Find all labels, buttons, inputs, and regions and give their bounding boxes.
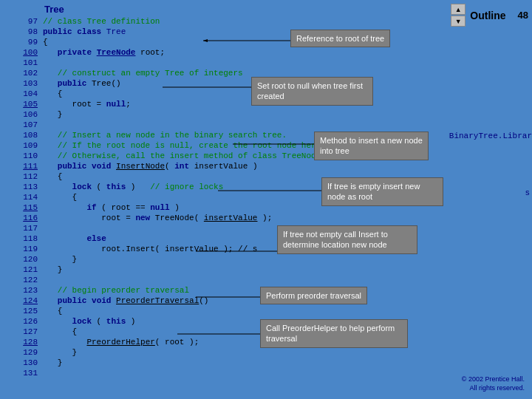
ln-106: 106 xyxy=(1,109,42,120)
ln-123: 123 xyxy=(1,285,42,296)
code-line-111: public void InsertNode( int insertValue … xyxy=(43,161,532,171)
code-line-112: { xyxy=(43,171,532,182)
tooltip-setnull: Set root to null when tree first created xyxy=(251,77,373,106)
ln-115: 115 xyxy=(1,202,42,213)
line-numbers: 97 98 99 100 101 102 103 104 105 106 107… xyxy=(1,16,42,378)
ln-104: 104 xyxy=(1,89,42,99)
ln-98: 98 xyxy=(1,27,42,37)
ln-103: 103 xyxy=(1,78,42,89)
code-line-107 xyxy=(43,120,532,130)
ln-121: 121 xyxy=(1,265,42,275)
code-line-109: // If the root node is null, create the … xyxy=(43,140,532,151)
ln-127: 127 xyxy=(1,327,42,337)
code-line-99: { xyxy=(43,37,532,47)
code-line-116: root = new TreeNode( insertValue ); xyxy=(43,213,532,223)
ln-102: 102 xyxy=(1,68,42,78)
ln-131: 131 xyxy=(1,368,42,378)
ln-122: 122 xyxy=(1,275,42,285)
ln-105: 105 xyxy=(1,99,42,109)
code-line-97: // class Tree definition xyxy=(43,16,532,27)
ln-100: 100 xyxy=(1,47,42,58)
ln-124: 124 xyxy=(1,296,42,306)
code-line-100: private TreeNode root; xyxy=(43,47,532,58)
tooltip-helper: Call PreorderHelper to help perform trav… xyxy=(260,319,408,348)
ln-125: 125 xyxy=(1,306,42,316)
ln-112: 112 xyxy=(1,171,42,182)
ln-129: 129 xyxy=(1,347,42,358)
copyright: © 2002 Prentice Hall. All rights reserve… xyxy=(462,375,525,393)
ln-99: 99 xyxy=(1,37,42,47)
code-line-121: } xyxy=(43,265,532,275)
binary-tree-librar-text: BinaryTree.Librar xyxy=(449,132,532,140)
code-line-130: } xyxy=(43,358,532,368)
ln-117: 117 xyxy=(1,223,42,233)
tooltip-tree-empty: If tree is empty insert new node as root xyxy=(321,177,443,206)
ln-114: 114 xyxy=(1,192,42,202)
main-container: ▲ ▼ Outline 48 Tree 97 98 99 100 101 102… xyxy=(0,0,532,399)
ln-126: 126 xyxy=(1,316,42,327)
extra-s-text: s xyxy=(525,188,530,197)
ln-107: 107 xyxy=(1,120,42,130)
code-line-106: } xyxy=(43,109,532,120)
code-line-131 xyxy=(43,368,532,378)
tooltip-method-insert: Method to insert a new node into tree xyxy=(314,132,429,160)
ln-128: 128 xyxy=(1,337,42,347)
ln-116: 116 xyxy=(1,213,42,223)
code-line-110: // Otherwise, call the insert method of … xyxy=(43,151,532,161)
code-line-114: { xyxy=(43,192,532,202)
ln-110: 110 xyxy=(1,151,42,161)
tooltip-preorder: Perform preorder traversal xyxy=(260,287,367,304)
ln-111: 111 xyxy=(1,161,42,171)
code-line-125: { xyxy=(43,306,532,316)
ln-101: 101 xyxy=(1,58,42,68)
tooltip-root: Reference to root of tree xyxy=(290,30,390,47)
code-line-115: if ( root == null ) xyxy=(43,202,532,213)
code-line-98: public class Tree xyxy=(43,27,532,37)
ln-120: 120 xyxy=(1,254,42,265)
code-line-120: } xyxy=(43,254,532,265)
code-line-101 xyxy=(43,58,532,68)
ln-118: 118 xyxy=(1,233,42,244)
tooltip-notempty: If tree not empty call Insert to determi… xyxy=(277,225,417,254)
ln-108: 108 xyxy=(1,130,42,140)
slide-title: Tree xyxy=(44,4,64,15)
ln-130: 130 xyxy=(1,358,42,368)
code-line-113: lock ( this ) // ignore locks xyxy=(43,182,532,192)
ln-119: 119 xyxy=(1,244,42,254)
code-line-129: } xyxy=(43,347,532,358)
ln-109: 109 xyxy=(1,140,42,151)
code-line-122 xyxy=(43,275,532,285)
ln-97: 97 xyxy=(1,16,42,27)
outline-up-button[interactable]: ▲ xyxy=(451,4,466,15)
ln-113: 113 xyxy=(1,182,42,192)
